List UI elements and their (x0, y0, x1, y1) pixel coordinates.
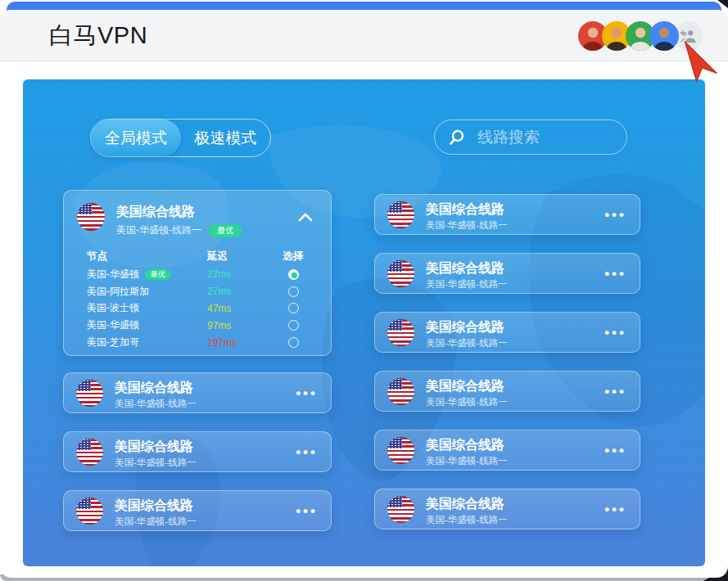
us-flag-icon (387, 319, 414, 346)
line-card-subtitle: 美国-华盛顿-线路一 (426, 278, 508, 290)
line-card-title: 美国综合线路 (426, 319, 504, 336)
table-row[interactable]: 美国-芝加哥 197ms (87, 334, 311, 351)
optimal-badge: 最优 (145, 269, 171, 280)
line-card-title: 美国综合线路 (426, 201, 504, 218)
more-options-button[interactable]: ••• (296, 373, 318, 414)
line-card-subtitle: 美国-华盛顿-线路一 (426, 455, 508, 467)
line-card-subtitle: 美国-华盛顿-线路一 (115, 457, 197, 469)
table-row[interactable]: 美国-华盛顿 97ms (87, 317, 311, 334)
select-radio[interactable] (288, 269, 299, 280)
table-row[interactable]: 美国-阿拉斯加 27ms (87, 283, 311, 300)
tab-global-mode[interactable]: 全局模式 (91, 119, 181, 156)
expanded-line-card[interactable]: 美国综合线路 美国-华盛顿-线路一 最优 节点 延迟 选择 美国-华盛顿最优 (63, 190, 332, 356)
screen: 白马VPN (0, 0, 728, 581)
chevron-up-icon[interactable] (298, 213, 313, 222)
node-table: 节点 延迟 选择 美国-华盛顿最优 22ms 美国-阿拉斯加 27ms (87, 246, 311, 351)
node-name: 美国-波士顿 (87, 301, 139, 315)
us-flag-icon (76, 380, 103, 407)
node-name: 美国-阿拉斯加 (87, 285, 149, 299)
person-photo-icon (649, 21, 679, 51)
tab-label: 全局模式 (105, 128, 167, 149)
app-window: 白马VPN (0, 10, 728, 578)
line-card-title: 美国综合线路 (115, 439, 193, 456)
line-card[interactable]: 美国综合线路 美国-华盛顿-线路一 ••• (374, 253, 640, 294)
line-card-subtitle: 美国-华盛顿-线路一 (115, 516, 197, 528)
line-card-title: 美国综合线路 (426, 496, 504, 513)
select-radio[interactable] (288, 286, 299, 297)
col-header-node: 节点 (87, 250, 207, 263)
us-flag-icon (76, 439, 103, 466)
more-options-button[interactable]: ••• (296, 432, 318, 473)
avatar[interactable] (649, 21, 679, 51)
add-user-icon (680, 29, 698, 43)
line-card[interactable]: 美国综合线路 美国-华盛顿-线路一 ••• (374, 312, 640, 353)
line-card[interactable]: 美国综合线路 美国-华盛顿-线路一 ••• (374, 489, 640, 529)
latency-value: 47ms (207, 303, 275, 314)
line-card[interactable]: 美国综合线路 美国-华盛顿-线路一 ••• (374, 194, 640, 235)
select-radio[interactable] (288, 337, 299, 348)
more-options-button[interactable]: ••• (296, 491, 318, 532)
mode-tabs: 全局模式 极速模式 (90, 119, 271, 157)
more-options-button[interactable]: ••• (604, 372, 626, 412)
latency-value: 97ms (207, 320, 275, 331)
node-name: 美国-华盛顿 (87, 318, 139, 332)
line-card-subtitle: 美国-华盛顿-线路一 (116, 223, 201, 237)
optimal-badge: 最优 (209, 224, 242, 237)
more-options-button[interactable]: ••• (604, 254, 626, 295)
line-card[interactable]: 美国综合线路 美国-华盛顿-线路一 ••• (63, 490, 332, 531)
col-header-select: 选择 (275, 250, 311, 263)
us-flag-icon (77, 203, 105, 231)
right-card-list: 美国综合线路 美国-华盛顿-线路一 ••• 美国综合线路 美国-华盛顿-线路一 … (374, 194, 640, 529)
more-options-button[interactable]: ••• (604, 313, 626, 354)
line-card-title: 美国综合线路 (116, 204, 195, 221)
line-card-subtitle: 美国-华盛顿-线路一 (426, 514, 508, 526)
node-name: 美国-芝加哥 (87, 336, 139, 349)
latency-value: 22ms (207, 268, 275, 280)
tab-label: 极速模式 (194, 128, 256, 149)
us-flag-icon (387, 260, 414, 287)
line-card-title: 美国综合线路 (115, 380, 193, 397)
line-card-title: 美国综合线路 (426, 437, 504, 454)
line-card-title: 美国综合线路 (115, 498, 193, 515)
line-card-subtitle: 美国-华盛顿-线路一 (426, 219, 508, 232)
line-card[interactable]: 美国综合线路 美国-华盛顿-线路一 ••• (63, 431, 332, 472)
table-row[interactable]: 美国-波士顿 47ms (87, 300, 311, 318)
line-card-subtitle: 美国-华盛顿-线路一 (426, 337, 508, 349)
left-card-list: 美国综合线路 美国-华盛顿-线路一 ••• 美国综合线路 美国-华盛顿-线路一 … (63, 372, 332, 531)
app-title: 白马VPN (49, 10, 147, 61)
search-icon (448, 128, 466, 146)
col-header-latency: 延迟 (207, 250, 275, 263)
more-options-button[interactable]: ••• (604, 489, 626, 530)
search-box (434, 119, 627, 155)
line-card[interactable]: 美国综合线路 美国-华盛顿-线路一 ••• (374, 371, 640, 412)
us-flag-icon (387, 378, 414, 405)
us-flag-icon (387, 496, 414, 523)
select-radio[interactable] (288, 303, 299, 313)
line-card-subtitle: 美国-华盛顿-线路一 (426, 396, 508, 408)
line-card[interactable]: 美国综合线路 美国-华盛顿-线路一 ••• (374, 430, 640, 471)
latency-value: 197ms (207, 337, 275, 349)
line-card-title: 美国综合线路 (426, 260, 504, 277)
search-input[interactable] (476, 128, 615, 147)
app-header: 白马VPN (0, 10, 728, 61)
us-flag-icon (387, 201, 414, 228)
node-name: 美国-华盛顿 (87, 268, 139, 281)
table-row[interactable]: 美国-华盛顿最优 22ms (87, 266, 311, 283)
latency-value: 27ms (207, 286, 275, 297)
avatar-group (584, 21, 703, 51)
more-options-button[interactable]: ••• (604, 430, 626, 471)
main-panel: 全局模式 极速模式 美国综合线路 美国-华盛顿-线路一 最优 (23, 79, 705, 566)
us-flag-icon (76, 498, 103, 525)
table-header-row: 节点 延迟 选择 (87, 246, 311, 266)
select-radio[interactable] (288, 320, 299, 331)
line-card-subtitle: 美国-华盛顿-线路一 (115, 398, 197, 410)
line-card-title: 美国综合线路 (426, 378, 504, 395)
tab-fast-mode[interactable]: 极速模式 (181, 119, 271, 156)
line-card[interactable]: 美国综合线路 美国-华盛顿-线路一 ••• (63, 372, 332, 413)
us-flag-icon (387, 437, 414, 464)
more-options-button[interactable]: ••• (604, 195, 626, 236)
line-card-subtitle-row: 美国-华盛顿-线路一 最优 (116, 223, 242, 237)
